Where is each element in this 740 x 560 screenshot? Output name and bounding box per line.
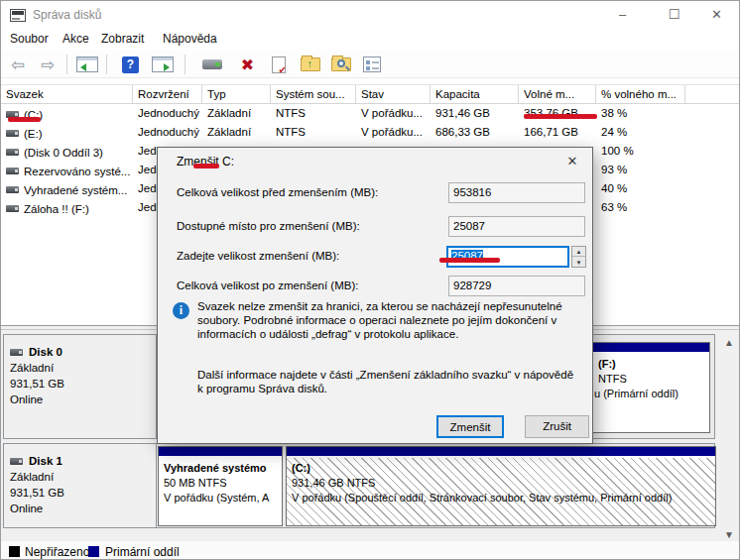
scrollbar-down-icon[interactable]: ▼ [721,528,737,542]
legend-primary-label: Primární oddíl [105,545,180,559]
table-row-c[interactable]: (C:) Jednoduchý Základní NTFS V pořádku.… [1,104,740,123]
volume-icon [6,168,19,174]
folder-up-icon[interactable]: ↑ [296,54,324,75]
column-header-volne[interactable]: Volné m... [519,85,596,103]
check-document-icon[interactable] [266,54,292,75]
cancel-button[interactable]: Zrušit [525,415,589,438]
available-shrink-label: Dostupné místo pro zmenšení (MB): [177,220,360,232]
column-header-typ[interactable]: Typ [202,85,271,103]
column-header-stav[interactable]: Stav [356,85,431,103]
annotation-underline-c-volume [8,117,41,122]
disk1-panel: Disk 1 Základní 931,51 GB Online Vyhrade… [3,443,715,528]
volume-icon [6,205,19,212]
back-icon[interactable]: ⇦ [4,54,32,75]
partition-system-reserved[interactable]: Vyhradené systémo 50 MB NTFS V pořádku (… [158,446,283,526]
window-title: Správa disků [33,8,101,22]
column-header-pct[interactable]: % volného m... [596,85,685,103]
show-action-pane-icon[interactable] [148,54,177,75]
shrink-button[interactable]: Zmenšit [436,415,504,438]
app-icon [10,9,26,22]
scrollbar-up-icon[interactable]: ▲ [721,336,737,350]
volume-list-header: Svazek Rozvržení Typ Systém sou... Stav … [1,84,740,104]
toolbar-separator [106,55,107,74]
shrink-amount-label: Zadejte velikost zmenšení (MB): [177,250,339,262]
partition-c-selected[interactable]: (C:) 931,46 GB NTFS V pořádku (Spouštěcí… [286,446,716,526]
legend-unallocated-label: Nepřiřazeno [25,545,89,559]
volume-icon [6,130,19,137]
properties-list-icon[interactable] [359,54,385,75]
toolbar-separator [66,55,67,74]
forward-icon[interactable]: ⇨ [34,54,62,75]
shrink-amount-input[interactable]: 25087 [446,246,569,268]
volume-icon [6,186,19,193]
column-header-rozvrzeni[interactable]: Rozvržení [133,85,202,103]
minimize-button[interactable]: – [600,1,645,29]
legend-bar: Nepřiřazeno Primární oddíl [1,541,740,560]
disk-icon [10,349,23,356]
total-size-after-field: 928729 [448,276,585,296]
menubar: Soubor Akce Zobrazit Nápověda [1,29,740,51]
total-size-before-field: 953816 [448,182,585,203]
spinner-down-icon[interactable]: ▼ [572,258,585,268]
dialog-close-icon[interactable]: ✕ [558,152,586,171]
toolbar-separator [185,55,185,74]
column-header-system[interactable]: Systém sou... [271,85,356,103]
menu-soubor[interactable]: Soubor [10,32,49,46]
disk-management-window: Správa disků – ☐ ✕ Soubor Akce Zobrazit … [0,0,740,560]
help-icon[interactable]: ? [118,54,143,75]
maximize-button[interactable]: ☐ [652,1,696,29]
toolbar: ⇦ ⇨ ? ✖ ↑ [1,51,740,78]
shrink-dialog: Zmenšit C: ✕ Celková velikost před zmenš… [157,147,593,444]
available-shrink-field: 25087 [448,216,585,237]
show-console-tree-icon[interactable] [74,54,100,75]
annotation-underline-shrink-value [439,258,500,263]
disk0-label[interactable]: Disk 0 Základní 931,51 GB Online [4,335,157,438]
volume-icon [6,149,19,156]
partition-c-header [287,447,715,457]
menu-zobrazit[interactable]: Zobrazit [101,32,144,46]
shrink-amount-spinner: ▲ ▼ [571,246,586,268]
info-icon: i [173,302,189,319]
disk1-label[interactable]: Disk 1 Základní 931,51 GB Online [4,444,157,527]
total-size-before-label: Celková velikost před zmenšením (MB): [177,186,378,198]
unallocated-color-swatch [9,546,20,557]
column-header-kapacita[interactable]: Kapacita [431,85,519,103]
disk-icon [10,458,23,465]
delete-icon[interactable]: ✖ [234,54,261,75]
close-button[interactable]: ✕ [694,1,739,29]
annotation-underline-dialog-title [193,164,219,168]
total-size-after-label: Celková velikost po zmenšení (MB): [177,280,358,291]
dialog-help-text: Další informace najdete v části „Zmenšen… [197,368,574,395]
titlebar: Správa disků – ☐ ✕ [1,1,740,29]
menu-napoveda[interactable]: Nápověda [163,32,217,46]
annotation-underline-free-space [524,114,597,119]
primary-partition-color-swatch [88,546,99,557]
column-header-svazek[interactable]: Svazek [1,85,133,103]
explore-folder-icon[interactable] [327,54,355,75]
menu-akce[interactable]: Akce [62,32,89,46]
partition-system-header [159,447,282,457]
table-row-e[interactable]: (E:) Jednoduchý Základní NTFS V pořádku.… [1,123,740,142]
column-header-filler [685,85,740,103]
device-icon[interactable] [196,54,228,75]
spinner-up-icon[interactable]: ▲ [572,247,585,257]
dialog-info-text: Svazek nelze zmenšit za hranici, za kter… [197,299,586,341]
